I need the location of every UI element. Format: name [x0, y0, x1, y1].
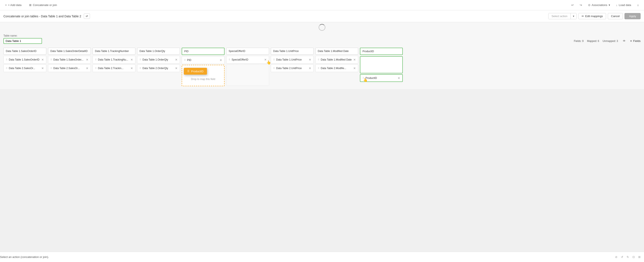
drag-icon: ⠿ [140, 58, 141, 61]
fields-label: Fields [633, 39, 640, 43]
status-icon-1[interactable]: ⊘ [615, 255, 618, 259]
drop-zone-pid[interactable]: ⠿ ProductID Drop to map this field [182, 65, 224, 86]
table-name-label: Table name: [4, 34, 17, 37]
column-trackingnumber: Data Table 1.TrackingNumber ⠿ Data Table… [92, 48, 136, 73]
drag-icon: ⠿ [6, 67, 8, 70]
close-icon[interactable]: ✕ 👆 [264, 58, 267, 61]
drag-icon: ⠿ [50, 67, 52, 70]
concat-icon: ⊞ [29, 3, 32, 7]
col-header-orderqty: Data Table 1.OrderQty [137, 48, 180, 55]
fields-stats: Fields: 9 Mapped: 6 Unmapped: 3 👁 ≡ Fiel… [574, 39, 640, 43]
column-pid: PID ⠿ PID ✕ ⠿ ProductID Drop to map this… [182, 48, 224, 86]
close-icon[interactable]: ✕ [130, 58, 133, 61]
eye-button[interactable]: 👁 [622, 39, 627, 43]
select-action-label: Select action [548, 13, 570, 19]
col-header-trackingnumber: Data Table 1.TrackingNumber [92, 48, 136, 55]
drag-icon: ⠿ [95, 67, 96, 70]
drag-icon: ⠿ [273, 67, 275, 70]
close-icon[interactable]: ✕ [309, 67, 311, 70]
close-icon[interactable]: ✕ [86, 67, 88, 70]
swap-button[interactable]: ⇄ [84, 13, 90, 19]
cancel-button[interactable]: Cancel [608, 13, 623, 19]
column-specialofferid: SpecialOfferID ⠿ SpecialOfferID ✕ 👆 [226, 48, 269, 87]
mapping-card-productid-row2: ⠿ ProductID ✕ 👆 [360, 74, 403, 82]
close-icon[interactable]: ✕ [86, 58, 88, 61]
status-icon-5[interactable]: ⊞ [638, 255, 640, 259]
mapping-card: ⠿ Data Table 1.TrackingNu... ✕ [92, 56, 136, 64]
apply-button[interactable]: Apply [624, 13, 640, 19]
close-icon[interactable]: ✕ [41, 58, 44, 61]
cursor-pointer-icon: 👆 [266, 60, 271, 65]
close-icon[interactable]: ✕ [41, 67, 44, 70]
drag-icon: ⠿ [318, 67, 320, 70]
col-header-pid: PID [182, 48, 224, 55]
status-bar: Select an action (concatenation or join)… [0, 252, 644, 262]
mapping-card: ⠿ Data Table 1.SalesOrder... ✕ [48, 56, 91, 64]
table-name-input[interactable] [4, 38, 42, 44]
close-icon[interactable]: ✕ 👆 [398, 76, 400, 80]
load-icon: ↓ [616, 3, 618, 7]
select-action-arrow[interactable]: ▾ [570, 13, 576, 19]
add-data-button[interactable]: + + Add data [4, 2, 23, 7]
status-icon-2[interactable]: ↺ [621, 255, 623, 259]
mapping-card: ⠿ Data Table 2.Trackin... ✕ [92, 64, 136, 72]
col-header-salesorderid: Data Table 1.SalesOrderID [4, 48, 46, 55]
close-icon[interactable]: ✕ [175, 58, 178, 61]
mapping-area: Data Table 1.SalesOrderID ⠿ Data Table 1… [0, 45, 644, 89]
swap-icon: ⇄ [86, 14, 88, 18]
col-header-salesorderdetailid: Data Table 1.SalesOrderDetailID [48, 48, 91, 55]
select-action-wrapper: Select action ▾ [548, 13, 576, 19]
columns-container: Data Table 1.SalesOrderID ⠿ Data Table 1… [4, 48, 403, 87]
apply-label: Apply [629, 14, 636, 18]
mapping-card: ⠿ Data Table 2.OrderQty ✕ [137, 64, 180, 72]
list-icon: ≡ [630, 39, 632, 43]
column-orderqty: Data Table 1.OrderQty ⠿ Data Table 1.Ord… [137, 48, 180, 73]
associations-button[interactable]: ⊙ Associations ▾ [586, 2, 612, 7]
edit-mappings-button[interactable]: ✏ Edit mappings [578, 13, 606, 19]
mapping-card: ⠿ PID ✕ [182, 56, 224, 64]
close-icon[interactable]: ✕ [220, 58, 222, 62]
edit-icon: ✏ [582, 14, 584, 18]
drag-icon: ⠿ [95, 58, 96, 61]
load-data-label: Load data [619, 3, 631, 7]
status-icon-3[interactable]: ↻ [627, 255, 629, 259]
mapping-card: ⠿ Data Table 1.SalesOrderID ✕ [4, 56, 46, 64]
close-icon[interactable]: ✕ [353, 58, 356, 61]
close-icon[interactable]: ✕ [175, 67, 178, 70]
redo-button[interactable]: ↪ [578, 2, 584, 7]
fields-button[interactable]: ≡ Fields [630, 39, 640, 43]
home-button[interactable]: ⌂ [636, 2, 640, 7]
load-data-button[interactable]: ↓ Load data [614, 2, 633, 7]
empty-mapping-card[interactable] [226, 64, 269, 86]
plus-icon: + [5, 3, 7, 7]
close-icon[interactable]: ✕ [309, 58, 311, 61]
col-header-specialofferid: SpecialOfferID [226, 48, 269, 55]
drop-hint: Drop to map this field [191, 78, 215, 81]
chevron-down-icon: ▾ [609, 3, 610, 7]
col-header-unitprice: Data Table 1.UnitPrice [271, 48, 314, 55]
drag-icon: ⠿ [140, 67, 141, 70]
edit-mappings-label: Edit mappings [585, 14, 603, 18]
fields-count: Fields: 9 [574, 40, 584, 43]
status-message: Select an action (concatenation or join)… [0, 255, 49, 259]
unmapped-count: Unmapped: 3 [603, 40, 618, 43]
mapping-card: ⠿ Data Table 1.OrderQty ✕ [137, 56, 180, 64]
col-header-modifieddate: Data Table 1.Modified Date [315, 48, 358, 55]
drag-icon: ⠿ [50, 58, 52, 61]
column-unitprice: Data Table 1.UnitPrice ⠿ Data Table 1.Un… [271, 48, 314, 73]
mapping-card: ⠿ Data Table 2.SalesOr... ✕ [48, 64, 91, 72]
close-icon[interactable]: ✕ [353, 67, 356, 70]
column-salesorderid: Data Table 1.SalesOrderID ⠿ Data Table 1… [4, 48, 46, 73]
redo-icon: ↪ [580, 3, 582, 7]
status-icon-4[interactable]: ⊡ [632, 255, 635, 259]
concat-join-button[interactable]: ⊞ Concatenate or join [28, 2, 59, 7]
column-modifieddate: Data Table 1.Modified Date ⠿ Data Table … [315, 48, 358, 73]
status-icons: ⊘ ↺ ↻ ⊡ ⊞ [615, 255, 644, 259]
undo-button[interactable]: ↩ [570, 2, 576, 7]
empty-mapping-card-productid[interactable] [360, 56, 403, 73]
close-icon[interactable]: ✕ [130, 67, 133, 70]
home-icon: ⌂ [637, 3, 639, 7]
mapping-card: ⠿ Data Table 1.UnitPrice ✕ [271, 56, 314, 64]
cursor-grab-icon: 👆 [363, 78, 368, 82]
col-header-productid: ProductID [360, 48, 403, 55]
